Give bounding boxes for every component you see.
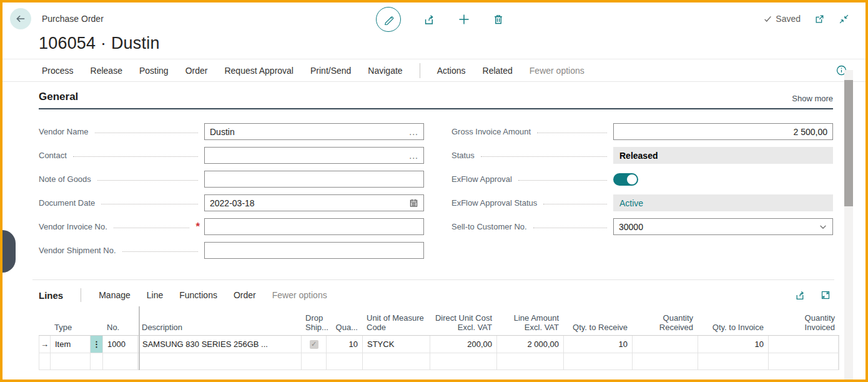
lines-share-button[interactable]: [795, 290, 806, 301]
exflow-approval-label: ExFlow Approval: [451, 174, 512, 184]
page-title: 106054 · Dustin: [39, 34, 866, 53]
dotted-leader: [95, 123, 199, 133]
action-menu-bar: Process Release Posting Order Request Ap…: [2, 59, 866, 82]
dotted-leader: [73, 147, 198, 157]
lines-menu-line[interactable]: Line: [147, 290, 163, 300]
cell-qty-to-invoice[interactable]: 10: [698, 336, 769, 353]
save-status: Saved: [764, 14, 801, 24]
menu-item-related[interactable]: Related: [483, 66, 513, 76]
sell-to-customer-no-dropdown[interactable]: 30000: [613, 218, 833, 235]
exflow-approval-status-value: Active: [613, 194, 833, 211]
lines-menu-manage[interactable]: Manage: [99, 290, 131, 300]
collapse-button[interactable]: [839, 14, 849, 24]
dotted-leader: [481, 147, 607, 157]
header-unit-of-measure-code[interactable]: Unit of Measure Code: [362, 313, 430, 332]
menu-item-process[interactable]: Process: [42, 66, 74, 76]
vertical-scrollbar[interactable]: [844, 70, 853, 379]
lines-menu-fewer-options[interactable]: Fewer options: [272, 290, 327, 300]
lines-section-header: Lines Manage Line Functions Order Fewer …: [2, 284, 866, 306]
lines-menu-order[interactable]: Order: [234, 290, 256, 300]
exflow-approval-field: [613, 173, 833, 186]
assist-edit-button[interactable]: ...: [409, 127, 418, 137]
contact-label: Contact: [39, 151, 67, 160]
menu-item-request-approval[interactable]: Request Approval: [224, 66, 293, 76]
cell-qty-to-receive[interactable]: 10: [564, 336, 633, 353]
cell-drop-ship[interactable]: ✓: [302, 336, 327, 353]
collapse-arrows-icon: [839, 14, 849, 24]
assist-edit-button[interactable]: ...: [409, 151, 418, 161]
cell-quantity-received[interactable]: [633, 336, 698, 353]
cell-type[interactable]: Item: [51, 336, 91, 353]
header-quantity[interactable]: Qua...: [326, 323, 362, 332]
vendor-name-label: Vendor Name: [39, 127, 89, 136]
dotted-leader: [97, 171, 198, 181]
edit-button[interactable]: [376, 7, 401, 32]
drop-ship-checkbox-checked[interactable]: ✓: [310, 340, 318, 349]
general-heading[interactable]: General: [39, 91, 78, 103]
vendor-shipment-no-input[interactable]: [204, 242, 424, 259]
menu-item-order[interactable]: Order: [185, 66, 208, 76]
back-button[interactable]: [10, 8, 31, 29]
chevron-down-icon[interactable]: [819, 223, 827, 231]
menu-item-actions[interactable]: Actions: [437, 66, 466, 76]
header-qty-to-invoice[interactable]: Qty. to Invoice: [698, 323, 768, 332]
general-form: Vendor Name Dustin ... Contact ...: [39, 123, 833, 266]
show-more-link[interactable]: Show more: [792, 94, 833, 103]
cell-direct-unit-cost[interactable]: 200,00: [430, 336, 497, 353]
menu-item-print-send[interactable]: Print/Send: [310, 66, 351, 76]
contact-input[interactable]: ...: [204, 147, 424, 164]
cell-description[interactable]: SAMSUNG 830 SERIES 256GB ...: [138, 336, 302, 353]
delete-button[interactable]: [493, 14, 504, 25]
cell-no[interactable]: 1000: [103, 336, 138, 353]
saved-label: Saved: [776, 14, 801, 24]
note-of-goods-input[interactable]: [204, 171, 424, 188]
cell-unit-of-measure-code[interactable]: STYCK: [363, 336, 430, 353]
form-column-left: Vendor Name Dustin ... Contact ...: [39, 123, 424, 266]
menu-item-fewer-options[interactable]: Fewer options: [530, 66, 584, 76]
status-value: Released: [613, 147, 833, 164]
table-row[interactable]: → Item ⋮ 1000 SAMSUNG 830 SERIES 256GB .…: [39, 336, 839, 353]
field-contact: Contact ...: [39, 147, 424, 164]
row-context-menu-button[interactable]: ⋮: [91, 336, 103, 353]
header-line-amount[interactable]: Line Amount Excl. VAT: [496, 313, 563, 332]
cell-quantity-invoiced[interactable]: [769, 336, 839, 353]
menu-separator: [420, 63, 420, 78]
popout-icon: [814, 14, 825, 24]
share-button[interactable]: [423, 14, 435, 26]
header-qty-to-receive[interactable]: Qty. to Receive: [563, 323, 632, 332]
dotted-leader: [533, 218, 607, 228]
document-date-input[interactable]: 2022-03-18: [204, 194, 424, 211]
lines-heading[interactable]: Lines: [39, 290, 63, 301]
menu-item-posting[interactable]: Posting: [139, 66, 169, 76]
record-action-icons: [376, 6, 504, 33]
active-row-indicator-icon: →: [39, 336, 51, 353]
header-direct-unit-cost[interactable]: Direct Unit Cost Excl. VAT: [430, 313, 496, 332]
side-panel-handle[interactable]: [2, 230, 16, 273]
vendor-name-input[interactable]: Dustin ...: [204, 123, 424, 140]
header-drop-ship[interactable]: Drop Ship...: [301, 313, 326, 332]
vendor-invoice-no-input[interactable]: [204, 218, 424, 235]
field-vendor-invoice-no: Vendor Invoice No. *: [39, 218, 424, 235]
lines-menu-functions[interactable]: Functions: [179, 290, 217, 300]
table-row-empty[interactable]: [39, 353, 839, 370]
menu-item-release[interactable]: Release: [91, 66, 122, 76]
exflow-approval-toggle[interactable]: [613, 173, 638, 186]
header-quantity-invoiced[interactable]: Quantity Invoiced: [768, 313, 839, 332]
cell-line-amount[interactable]: 2 000,00: [497, 336, 564, 353]
menu-item-navigate[interactable]: Navigate: [368, 66, 402, 76]
header-quantity-received[interactable]: Quantity Received: [632, 313, 698, 332]
open-in-new-window-button[interactable]: [814, 14, 825, 24]
calendar-icon[interactable]: [409, 198, 418, 208]
header-type[interactable]: Type: [50, 323, 90, 332]
scrollbar-thumb[interactable]: [844, 80, 853, 206]
gross-invoice-amount-input[interactable]: 2 500,00: [613, 123, 833, 140]
cell-quantity[interactable]: 10: [327, 336, 363, 353]
new-button[interactable]: [458, 13, 470, 26]
lines-expand-button[interactable]: [821, 290, 831, 301]
header-description[interactable]: Description: [137, 323, 301, 332]
field-note-of-goods: Note of Goods: [39, 171, 424, 188]
header-no[interactable]: No.: [102, 323, 137, 332]
share-icon: [423, 14, 435, 26]
dotted-leader: [101, 194, 198, 204]
pencil-icon: [383, 14, 394, 25]
